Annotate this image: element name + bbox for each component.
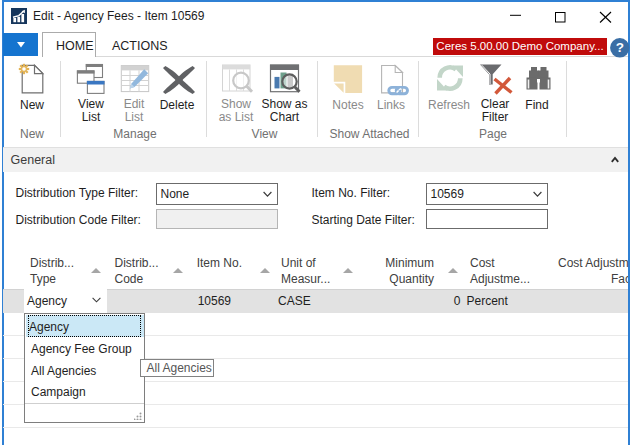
svg-text:?: ? <box>615 40 623 55</box>
